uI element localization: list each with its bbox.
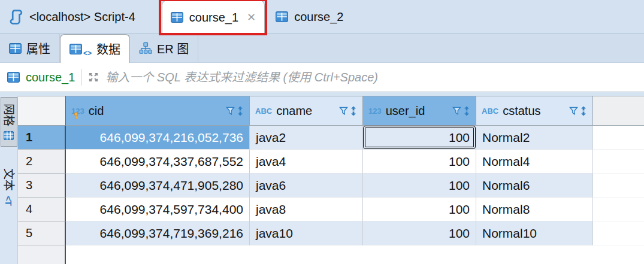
result-grid: 123 cid ABC cname 123 user_id	[18, 96, 644, 264]
column-header-cstatus[interactable]: ABC cstatus	[476, 96, 593, 126]
panel-tab-text[interactable]: 文本 <T	[3, 162, 14, 211]
grid-cell-user_id[interactable]: 100	[363, 221, 476, 245]
empty-row-area	[18, 245, 644, 264]
row-filler	[593, 198, 644, 221]
grid-header: 123 cid ABC cname 123 user_id	[18, 96, 644, 126]
grid-cell-user_id[interactable]: 100	[363, 126, 476, 150]
column-name: cname	[276, 104, 312, 118]
table-row: 3646,099,374,471,905,280java6100Normal6	[18, 174, 644, 198]
data-panel: 网格 文本 <T t 123 cid ABC	[0, 96, 644, 264]
grid-cell-cid[interactable]: 646,099,374,471,905,280	[66, 174, 250, 198]
row-filler	[593, 221, 644, 245]
table-row: 1646,099,374,216,052,736java2100Normal2	[18, 126, 644, 150]
code-brackets-icon: <>	[83, 49, 92, 57]
row-filler	[593, 174, 644, 198]
panel-tab-label: 网格	[3, 104, 14, 126]
numeric-type-icon: 123	[71, 107, 84, 116]
row-filler	[593, 126, 644, 150]
row-number[interactable]: 3	[18, 174, 66, 198]
grid-cell-cid[interactable]: 646,099,374,597,734,400	[66, 198, 250, 221]
string-type-icon: ABC	[255, 107, 272, 116]
table-icon	[171, 12, 183, 23]
header-filler	[593, 96, 644, 126]
editor-tab-course-2[interactable]: course_2	[265, 0, 354, 34]
grid-cell-cid[interactable]: 646,099,374,216,052,736	[66, 126, 250, 150]
sql-filter-bar: course_1	[0, 63, 644, 92]
row-number[interactable]: 5	[18, 221, 66, 245]
editor-tab-label: <localhost> Script-4	[29, 10, 135, 24]
row-number[interactable]: 1	[18, 126, 66, 150]
table-icon	[7, 72, 20, 83]
grid-cell-cname[interactable]: java8	[250, 198, 363, 221]
string-type-icon: ABC	[482, 107, 498, 116]
tab-label: 属性	[26, 40, 50, 57]
filter-icon[interactable]	[226, 107, 235, 116]
editor-tab-course-1[interactable]: course_1 ✕	[162, 0, 265, 34]
tab-properties[interactable]: 属性	[0, 34, 60, 62]
column-name: cstatus	[503, 104, 540, 118]
editor-tab-label: course_1	[189, 11, 238, 25]
row-number	[18, 245, 66, 264]
row-number[interactable]: 4	[18, 198, 66, 221]
grid-cell-cstatus[interactable]: Normal6	[476, 174, 593, 198]
tab-data[interactable]: <> 数据	[60, 34, 130, 63]
grid-cell-cname[interactable]: java4	[250, 150, 363, 174]
divider	[81, 69, 81, 86]
panel-tab-label: 文本	[3, 168, 14, 191]
active-table-name[interactable]: course_1	[26, 71, 75, 84]
presentation-rail: 网格 文本 <T t	[0, 96, 18, 264]
table-row: 2646,099,374,337,687,552java4100Normal4	[18, 150, 644, 174]
filter-icon[interactable]	[339, 107, 348, 116]
close-icon[interactable]: ✕	[247, 11, 256, 24]
view-tabbar: 属性 <> 数据 ER 图	[0, 34, 644, 63]
column-header-cname[interactable]: ABC cname	[250, 96, 363, 126]
tab-er-diagram[interactable]: ER 图	[130, 34, 198, 62]
grid-cell-cname[interactable]: java6	[250, 174, 363, 198]
row-filler	[66, 245, 644, 264]
editor-tab-label: course_2	[294, 10, 343, 24]
grid-cell-cstatus[interactable]: Normal2	[476, 126, 593, 150]
tab-label: ER 图	[157, 40, 189, 57]
column-name: cid	[89, 104, 104, 118]
column-name: user_id	[386, 104, 425, 118]
table-icon	[9, 43, 22, 54]
sort-icon[interactable]	[580, 106, 587, 116]
panel-tab-grid[interactable]: 网格	[1, 97, 17, 147]
grid-cell-user_id[interactable]: 100	[363, 174, 476, 198]
row-number[interactable]: 2	[18, 150, 66, 174]
grid-icon	[4, 131, 14, 140]
grid-cell-user_id[interactable]: 100	[363, 150, 476, 174]
text-view-icon: <T	[4, 196, 13, 205]
editor-tab-script[interactable]: <localhost> Script-4	[0, 0, 162, 34]
grid-cell-cname[interactable]: java10	[250, 221, 363, 245]
column-header-cid[interactable]: 123 cid	[66, 96, 250, 126]
editor-tabbar: <localhost> Script-4 course_1 ✕ course_2	[0, 0, 644, 34]
sort-icon[interactable]	[237, 106, 244, 116]
grid-cell-cstatus[interactable]: Normal10	[476, 221, 593, 245]
table-row: 4646,099,374,597,734,400java8100Normal8	[18, 198, 644, 221]
tab-label: 数据	[96, 40, 120, 57]
filter-icon[interactable]	[452, 107, 461, 116]
table-row: 5646,099,374,719,369,216java10100Normal1…	[18, 221, 644, 245]
row-filler	[593, 150, 644, 174]
sql-script-icon	[8, 9, 23, 25]
grid-body: 1646,099,374,216,052,736java2100Normal22…	[18, 126, 644, 245]
grid-corner[interactable]	[18, 96, 66, 126]
filter-icon[interactable]	[569, 107, 578, 116]
grid-cell-cid[interactable]: 646,099,374,337,687,552	[66, 150, 250, 174]
sort-icon[interactable]	[350, 106, 357, 116]
expand-panel-icon[interactable]	[87, 71, 99, 83]
table-icon	[276, 11, 288, 22]
grid-cell-cname[interactable]: java2	[250, 126, 363, 150]
grid-cell-user_id[interactable]: 100	[363, 198, 476, 221]
sort-icon[interactable]	[463, 106, 470, 116]
sql-filter-input[interactable]	[105, 71, 637, 84]
table-data-icon	[69, 44, 82, 54]
column-header-user-id[interactable]: 123 user_id	[363, 96, 476, 126]
grid-cell-cid[interactable]: 646,099,374,719,369,216	[66, 221, 250, 245]
grid-cell-cstatus[interactable]: Normal8	[476, 198, 593, 221]
primary-key-icon	[73, 112, 79, 120]
numeric-type-icon: 123	[368, 107, 382, 116]
er-diagram-icon	[139, 42, 152, 55]
grid-cell-cstatus[interactable]: Normal4	[476, 150, 593, 174]
